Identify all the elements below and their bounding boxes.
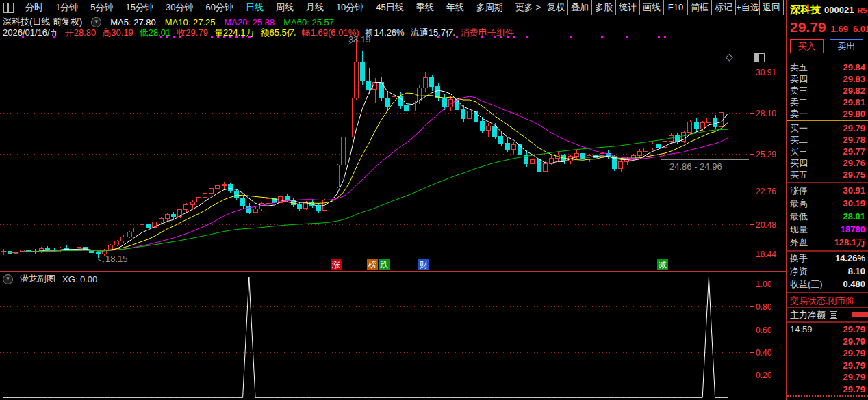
stat-row[interactable]: 收益(三)0.480	[787, 278, 868, 290]
period-tab[interactable]: 30分钟	[159, 0, 199, 15]
toolbar-menu-item[interactable]: 返回	[759, 0, 784, 15]
stat-row[interactable]: 净资8.10	[787, 265, 868, 277]
tick-row[interactable]: 14:5929.79	[787, 323, 868, 335]
period-tab[interactable]: 月线	[300, 0, 330, 15]
news-badge[interactable]: 减	[657, 259, 668, 270]
toolbar-menu-item[interactable]: 统计	[615, 0, 639, 15]
period-tab[interactable]: 45日线	[370, 0, 409, 15]
row-value: 29.79	[843, 122, 865, 134]
period-tab[interactable]: 年线	[440, 0, 470, 15]
period-tab[interactable]: 1分钟	[49, 0, 84, 15]
row-value: 128.1万	[834, 237, 865, 248]
panel-toggle-icon[interactable]	[754, 53, 765, 62]
period-tab[interactable]: 多周期	[470, 0, 509, 15]
news-badge[interactable]: 涨	[331, 259, 342, 270]
row-value: 29.79	[843, 360, 865, 371]
row-label: 买四	[790, 157, 808, 169]
info-item: 开28.80	[65, 27, 97, 39]
divider	[787, 321, 868, 323]
toolbar-menu-item[interactable]: 简框	[687, 0, 711, 15]
news-badge[interactable]: 榜	[367, 259, 378, 270]
price-axis-label: 20.48	[756, 220, 776, 230]
sub-axis-label: 1.00	[756, 280, 772, 289]
buy-queue-row[interactable]: 买二29.78	[787, 134, 868, 146]
buy-button[interactable]: 买入	[790, 39, 824, 53]
tick-row[interactable]: 29.79	[787, 371, 868, 383]
row-label: 卖二	[790, 96, 808, 108]
stat-row[interactable]: 现量18780	[787, 224, 868, 235]
stat-row[interactable]: 最低28.01	[787, 211, 868, 222]
chart-canvas[interactable]: 30.9128.1025.2922.7620.4818.441.000.800.…	[0, 15, 786, 400]
sell-queue-row[interactable]: 卖一29.80	[787, 108, 868, 120]
main-force-bar	[852, 312, 868, 317]
list-icon[interactable]	[830, 311, 837, 319]
period-tab[interactable]: 日线	[240, 0, 270, 15]
row-label: 买三	[790, 146, 808, 157]
info-item: 高30.19	[102, 27, 133, 39]
toolbar-menu-item[interactable]: F10	[663, 0, 687, 15]
toolbar-menu-item[interactable]: 标记	[711, 0, 735, 15]
buy-queue-row[interactable]: 买三29.77	[787, 146, 868, 157]
buy-queue-row[interactable]: 买四29.76	[787, 157, 868, 169]
period-tab[interactable]: 15分钟	[119, 0, 159, 15]
period-tab[interactable]: 5分钟	[84, 0, 119, 15]
low-price-label: 18.15	[105, 254, 128, 264]
toolbar-menu-item[interactable]: 叠加	[567, 0, 591, 15]
sell-queue-row[interactable]: 卖四29.83	[787, 73, 868, 85]
divider	[787, 292, 868, 293]
row-label: 外盘	[790, 237, 808, 248]
mid-price-divider	[787, 120, 868, 121]
row-label: 卖三	[790, 85, 808, 96]
layout-split-icon[interactable]	[3, 3, 14, 13]
row-value: 18780	[841, 224, 865, 235]
chevron-down-icon[interactable]: ▾	[3, 274, 13, 284]
row-label: 卖四	[790, 73, 808, 85]
row-value: 14.26%	[835, 252, 865, 264]
main-force-row[interactable]: 主力净额	[787, 309, 868, 321]
news-badge[interactable]: 财	[418, 259, 429, 270]
toolbar-menu-item[interactable]: 画线	[639, 0, 663, 15]
tick-row[interactable]: 29.79	[787, 360, 868, 371]
buy-queue-row[interactable]: 买五29.75	[787, 169, 868, 181]
sell-button[interactable]: 卖出	[830, 39, 863, 53]
stat-row[interactable]: 涨停30.91	[787, 185, 868, 196]
stat-row[interactable]: 外盘128.1万	[787, 237, 868, 248]
toolbar-menu-item[interactable]: 多股	[591, 0, 615, 15]
margin-tag: R5	[857, 6, 867, 14]
stat-row[interactable]: 最高30.19	[787, 198, 868, 209]
row-label: 买二	[790, 134, 808, 146]
sell-queue-row[interactable]: 卖二29.81	[787, 96, 868, 108]
period-tab[interactable]: 更多 >	[509, 0, 547, 15]
tick-row[interactable]: 29.79	[787, 384, 868, 395]
diamond-marker-icon[interactable]: ◇	[726, 51, 733, 62]
period-tab[interactable]: 60分钟	[199, 0, 239, 15]
toolbar-menu-item[interactable]: +自选	[735, 0, 759, 15]
stat-row[interactable]: 换手14.26%	[787, 252, 868, 264]
stock-name: 深科技	[790, 3, 821, 16]
period-tab[interactable]: 周线	[270, 0, 300, 15]
sell-queue-row[interactable]: 卖五29.84	[787, 62, 868, 73]
row-value: 29.76	[843, 157, 865, 169]
ma-label: MA5: 27.80	[110, 17, 156, 27]
tick-row[interactable]: 29.79	[787, 336, 868, 347]
row-value: 0.480	[843, 278, 865, 290]
chart-info-line: 2026/01/16/五开28.80高30.19低28.01收29.79量224…	[3, 27, 514, 39]
divider	[787, 307, 868, 308]
peak-price-label: 33.19	[348, 34, 371, 44]
tick-row[interactable]: 29.79	[787, 347, 868, 359]
row-value: 29.77	[843, 146, 865, 157]
period-tab[interactable]: 季线	[410, 0, 440, 15]
news-badge[interactable]: 跌	[379, 259, 390, 270]
row-value: 30.19	[843, 198, 865, 209]
row-value: 29.82	[843, 85, 865, 96]
sell-queue-row[interactable]: 卖三29.82	[787, 85, 868, 96]
period-tab[interactable]: 分时	[19, 0, 49, 15]
toolbar-menu-item[interactable]: 复权	[544, 0, 567, 15]
row-label: 14:59	[790, 323, 813, 335]
info-item: 2026/01/16/五	[3, 27, 59, 39]
period-tab[interactable]: 10分钟	[330, 0, 370, 15]
chevron-down-icon[interactable]: ▾	[91, 17, 101, 27]
row-label: 最高	[790, 198, 808, 209]
buy-queue-row[interactable]: 买一29.79	[787, 122, 868, 134]
xg-line	[3, 277, 728, 397]
